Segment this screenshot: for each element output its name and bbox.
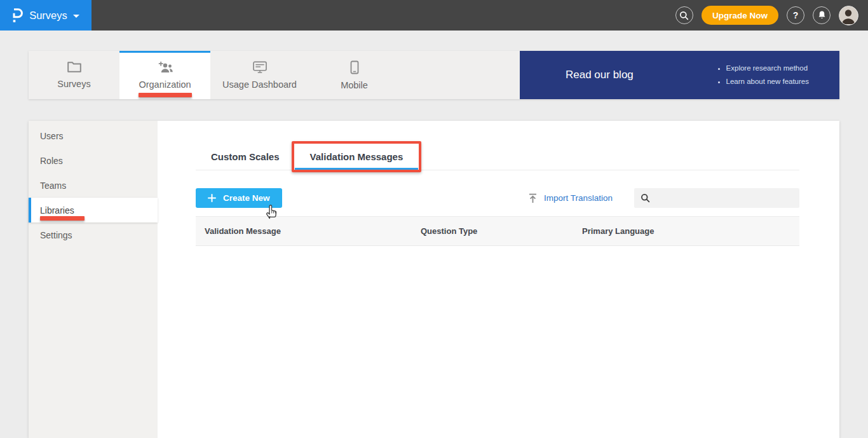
sidebar-item-label: Libraries <box>40 205 74 216</box>
topbar-actions: Upgrade Now ? <box>675 6 868 25</box>
sidebar-item-label: Settings <box>40 230 72 240</box>
notifications-button[interactable] <box>813 6 831 24</box>
tab-label: Validation Messages <box>310 151 403 162</box>
table-search-input[interactable] <box>655 193 793 203</box>
questionpro-logo-icon <box>12 8 24 24</box>
plus-icon <box>208 194 216 202</box>
import-translation-link[interactable]: Import Translation <box>528 193 613 203</box>
topbar: Surveys Upgrade Now ? <box>0 0 868 31</box>
sidebar-item-users[interactable]: Users <box>29 123 158 148</box>
help-button[interactable]: ? <box>787 6 804 24</box>
nav-tab-label: Organization <box>139 79 191 90</box>
nav-tab-label: Usage Dashboard <box>222 79 297 90</box>
create-new-button[interactable]: Create New <box>196 188 282 208</box>
annotation-underline-libraries <box>40 216 85 221</box>
import-translation-label: Import Translation <box>544 193 613 203</box>
nav-tab-label: Mobile <box>341 80 368 90</box>
sidebar-item-label: Teams <box>40 181 66 191</box>
product-name: Surveys <box>29 10 67 22</box>
nav-tab-mobile[interactable]: Mobile <box>309 51 400 99</box>
magnifier-icon <box>641 193 650 203</box>
create-new-label: Create New <box>223 193 270 203</box>
blog-bullet: Explore research method <box>726 62 809 75</box>
validation-table-header: Validation Message Question Type Primary… <box>196 216 799 246</box>
blog-bullet-list: Explore research method Learn about new … <box>716 62 809 88</box>
tab-validation-messages[interactable]: Validation Messages <box>295 144 419 170</box>
blog-title: Read our blog <box>566 69 634 81</box>
sidebar-item-label: Roles <box>40 156 63 166</box>
blog-banner[interactable]: Read our blog Explore research method Le… <box>520 51 839 99</box>
user-avatar[interactable] <box>839 6 858 25</box>
product-switcher[interactable]: Surveys <box>0 0 92 31</box>
sidebar-item-label: Users <box>40 131 64 141</box>
question-mark-icon: ? <box>793 10 799 20</box>
nav-tab-usage-dashboard[interactable]: Usage Dashboard <box>210 51 309 99</box>
tab-label: Custom Scales <box>211 151 280 162</box>
nav-tab-label: Surveys <box>57 79 90 89</box>
tab-custom-scales[interactable]: Custom Scales <box>196 144 295 170</box>
toolbar-right: Import Translation <box>528 188 799 208</box>
avatar-photo <box>839 6 857 24</box>
bell-icon <box>817 10 827 20</box>
toolbar: Create New Import Translation <box>196 188 799 208</box>
column-header-primary-language: Primary Language <box>582 226 799 236</box>
search-button[interactable] <box>675 6 693 24</box>
main-card: Users Roles Teams Libraries Settings Cus… <box>29 121 839 438</box>
module-nav: Surveys Organization Usage Dashboar <box>29 51 839 99</box>
column-header-validation-message: Validation Message <box>205 226 421 236</box>
sidebar-item-libraries[interactable]: Libraries <box>29 198 158 222</box>
sidebar-item-settings[interactable]: Settings <box>29 222 158 247</box>
library-tabs: Custom Scales Validation Messages <box>196 144 799 170</box>
people-plus-icon <box>156 61 174 74</box>
annotation-underline-organization <box>139 93 192 97</box>
dashboard-icon <box>252 61 268 74</box>
blog-bullet: Learn about new features <box>726 75 809 88</box>
nav-tab-surveys[interactable]: Surveys <box>29 51 119 99</box>
libraries-content: Custom Scales Validation Messages Create… <box>158 121 839 438</box>
smartphone-icon <box>350 60 359 74</box>
column-header-question-type: Question Type <box>421 226 582 236</box>
folder-icon <box>67 61 82 73</box>
sidebar-item-teams[interactable]: Teams <box>29 173 158 198</box>
upload-icon <box>528 193 538 203</box>
caret-down-icon <box>73 15 79 18</box>
organization-sidebar: Users Roles Teams Libraries Settings <box>29 121 158 438</box>
search-icon <box>679 11 689 20</box>
upgrade-now-button[interactable]: Upgrade Now <box>702 6 778 25</box>
sidebar-item-roles[interactable]: Roles <box>29 148 158 173</box>
nav-tab-organization[interactable]: Organization <box>119 51 210 99</box>
search-box <box>634 188 799 208</box>
